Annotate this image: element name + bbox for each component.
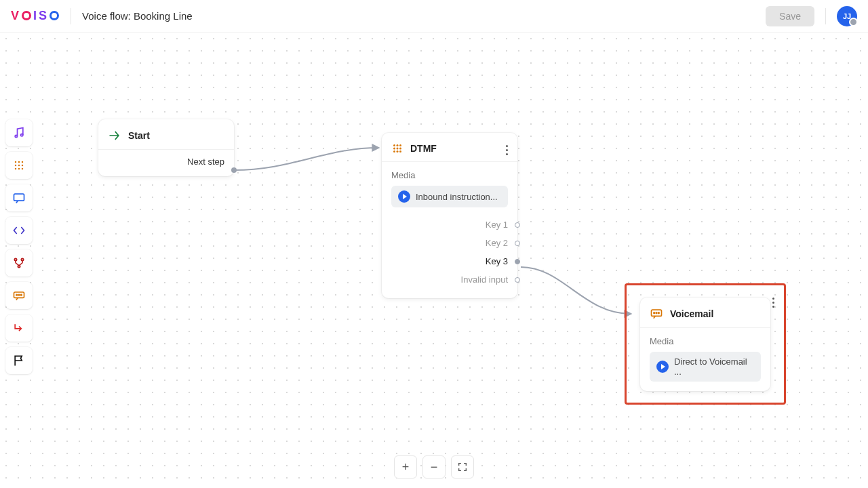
tool-music[interactable] bbox=[5, 119, 33, 146]
tool-code[interactable] bbox=[5, 217, 33, 244]
svg-point-18 bbox=[21, 294, 22, 296]
start-icon bbox=[108, 129, 121, 142]
app-header: VIS Voice flow: Booking Line Save JJ bbox=[0, 0, 868, 33]
start-header: Start bbox=[108, 129, 224, 149]
zoom-out-button[interactable]: − bbox=[422, 455, 446, 479]
dtmf-key-2[interactable]: Key 2 bbox=[391, 234, 508, 252]
svg-point-23 bbox=[397, 148, 399, 150]
header-left: VIS Voice flow: Booking Line bbox=[11, 8, 193, 24]
node-start[interactable]: Start Next step bbox=[98, 119, 234, 176]
header-divider-2 bbox=[825, 8, 826, 24]
header-divider bbox=[71, 8, 71, 24]
dtmf-key-3[interactable]: Key 3 bbox=[391, 252, 508, 270]
node-dtmf[interactable]: DTMF Media Inbound instruction... Key 1 … bbox=[382, 133, 517, 298]
svg-point-24 bbox=[399, 148, 401, 150]
svg-point-31 bbox=[658, 312, 660, 313]
svg-point-6 bbox=[18, 165, 20, 167]
node-toolbox bbox=[5, 119, 33, 374]
dtmf-title: DTMF bbox=[410, 143, 437, 154]
svg-point-12 bbox=[14, 258, 16, 260]
dtmf-icon bbox=[391, 142, 403, 155]
svg-point-0 bbox=[15, 135, 17, 137]
tool-voicemail[interactable] bbox=[5, 282, 33, 309]
out-port[interactable] bbox=[515, 277, 520, 283]
svg-point-16 bbox=[16, 294, 18, 296]
svg-point-20 bbox=[397, 144, 399, 146]
header-right: Save JJ bbox=[766, 6, 857, 26]
voicemail-media-label: Media bbox=[650, 328, 761, 352]
svg-point-3 bbox=[18, 161, 20, 163]
out-port[interactable] bbox=[515, 241, 520, 246]
tool-branch[interactable] bbox=[5, 249, 33, 277]
svg-point-19 bbox=[393, 144, 395, 146]
zoom-controls: + − bbox=[394, 455, 474, 479]
play-icon[interactable] bbox=[398, 190, 410, 203]
dtmf-header: DTMF bbox=[391, 142, 508, 161]
zoom-fit-button[interactable] bbox=[451, 455, 474, 479]
svg-point-1 bbox=[21, 134, 23, 136]
start-next-label: Next step bbox=[187, 157, 224, 167]
svg-point-5 bbox=[15, 165, 17, 167]
out-port[interactable] bbox=[515, 222, 520, 228]
svg-point-10 bbox=[22, 168, 24, 170]
out-port[interactable] bbox=[515, 259, 520, 264]
svg-point-21 bbox=[399, 144, 401, 146]
svg-point-7 bbox=[22, 165, 24, 167]
svg-rect-11 bbox=[14, 194, 24, 201]
zoom-in-button[interactable]: + bbox=[394, 455, 417, 479]
voicemail-media-file: Direct to Voicemail ... bbox=[674, 357, 754, 377]
voicemail-title: Voicemail bbox=[670, 308, 713, 319]
voicemail-highlight-box: Voicemail Media Direct to Voicemail ... bbox=[625, 283, 786, 405]
voicemail-header: Voicemail bbox=[650, 307, 761, 327]
dtmf-more-button[interactable] bbox=[503, 142, 511, 158]
svg-point-22 bbox=[393, 148, 395, 150]
svg-point-30 bbox=[656, 312, 657, 313]
svg-point-9 bbox=[18, 168, 20, 170]
tool-message[interactable] bbox=[5, 184, 33, 211]
voicemail-icon bbox=[650, 307, 663, 321]
dtmf-key-1[interactable]: Key 1 bbox=[391, 216, 508, 234]
flow-canvas[interactable]: Start Next step DTMF Media Inbound instr… bbox=[0, 33, 868, 488]
dtmf-media-label: Media bbox=[391, 162, 508, 186]
dtmf-media-chip[interactable]: Inbound instruction... bbox=[391, 186, 508, 207]
node-voicemail[interactable]: Voicemail Media Direct to Voicemail ... bbox=[640, 298, 770, 391]
svg-point-26 bbox=[397, 150, 399, 152]
fullscreen-icon bbox=[457, 462, 468, 472]
dtmf-media-file: Inbound instruction... bbox=[416, 192, 498, 202]
play-icon[interactable] bbox=[656, 361, 669, 373]
tool-redirect[interactable] bbox=[5, 314, 33, 342]
start-title: Start bbox=[128, 130, 150, 141]
svg-point-25 bbox=[393, 150, 395, 152]
svg-point-4 bbox=[22, 161, 24, 163]
voicemail-more-button[interactable] bbox=[770, 295, 777, 310]
start-out-port[interactable] bbox=[231, 167, 237, 173]
save-button[interactable]: Save bbox=[766, 6, 814, 26]
voicemail-media-chip[interactable]: Direct to Voicemail ... bbox=[650, 352, 761, 382]
dtmf-invalid[interactable]: Invalid input bbox=[391, 270, 508, 289]
svg-point-27 bbox=[399, 150, 401, 152]
svg-point-13 bbox=[21, 258, 23, 260]
svg-point-2 bbox=[15, 161, 17, 163]
svg-point-8 bbox=[15, 168, 17, 170]
voiso-logo: VIS bbox=[11, 9, 60, 23]
tool-flag[interactable] bbox=[5, 347, 33, 374]
svg-point-17 bbox=[18, 294, 20, 296]
start-next-step: Next step bbox=[108, 150, 224, 167]
flow-title: Voice flow: Booking Line bbox=[82, 10, 193, 22]
user-avatar[interactable]: JJ bbox=[837, 6, 857, 26]
tool-dtmf[interactable] bbox=[5, 152, 33, 179]
svg-point-29 bbox=[654, 312, 655, 313]
